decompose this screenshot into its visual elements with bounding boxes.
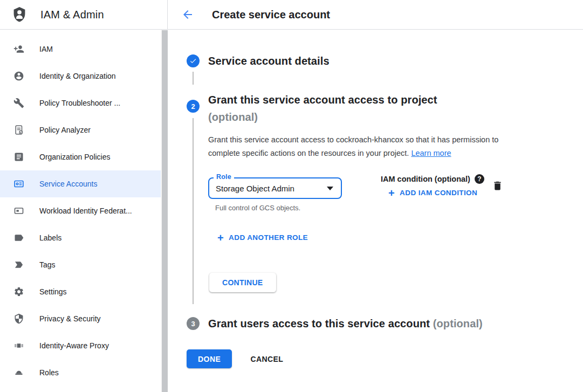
cancel-button[interactable]: CANCEL (245, 349, 289, 368)
plus-icon: + (217, 234, 224, 242)
shield-half-icon (13, 313, 24, 324)
gear-icon (13, 286, 24, 297)
sidebar-item-organization-policies[interactable]: Organization Policies (0, 143, 161, 170)
sidebar-item-policy-troubleshooter[interactable]: Policy Troubleshooter ... (0, 90, 161, 116)
add-iam-condition-label: ADD IAM CONDITION (400, 189, 477, 197)
check-icon (189, 57, 197, 65)
sidebar-item-workload-identity-federat[interactable]: Workload Identity Federat... (0, 197, 161, 224)
scrollbar-thumb[interactable] (162, 30, 168, 392)
sidebar-scrollbar[interactable] (161, 30, 168, 392)
label-icon (13, 232, 24, 243)
document-check-icon (13, 125, 24, 135)
sidebar-item-roles[interactable]: Roles (0, 359, 161, 386)
form-actions: DONE CANCEL (187, 349, 561, 368)
step-connector (193, 118, 194, 304)
step-3-grant-users-access: 3 Grant users access to this service acc… (187, 317, 561, 330)
role-select-value: Storage Object Admin (216, 184, 294, 193)
step-2-description-text: Grant this service account access to coc… (208, 135, 498, 157)
learn-more-link[interactable]: Learn more (411, 149, 451, 157)
sidebar-item-tags[interactable]: Tags (0, 251, 161, 278)
step-3-title-text: Grant users access to this service accou… (208, 318, 430, 329)
help-icon[interactable]: ? (475, 174, 484, 184)
sidebar-item-label: Settings (39, 287, 67, 296)
label-important-icon (13, 259, 24, 270)
sidebar-item-identity-aware-proxy[interactable]: Identity-Aware Proxy (0, 332, 161, 359)
sidebar-item-settings[interactable]: Settings (0, 278, 161, 305)
sidebar-item-privacy-security[interactable]: Privacy & Security (0, 305, 161, 332)
hat-icon (13, 367, 24, 378)
sidebar-item-label: Policy Analyzer (39, 126, 91, 134)
step-3-optional-label: (optional) (433, 318, 483, 329)
delete-role-button[interactable] (492, 180, 503, 191)
iam-admin-shield-icon (11, 6, 28, 23)
role-row: Role Storage Object Admin Full control o… (208, 177, 561, 212)
step-2-grant-access: 2 Grant this service account access to p… (187, 91, 561, 292)
trash-icon (492, 180, 503, 191)
iam-condition-label: IAM condition (optional) (381, 175, 470, 183)
main-panel: Create service account Service account d… (168, 0, 583, 392)
sidebar-item-identity-organization[interactable]: Identity & Organization (0, 63, 161, 90)
sidebar-item-label: Workload Identity Federat... (39, 207, 132, 215)
wizard-content: Service account details 2 Grant this ser… (168, 30, 583, 392)
sidebar-item-label: Tags (39, 260, 56, 269)
plus-icon: + (388, 189, 395, 197)
app-title: IAM & Admin (40, 9, 104, 21)
arrow-back-icon (181, 8, 194, 21)
sidebar-header: IAM & Admin (0, 0, 168, 30)
step-2-title: Grant this service account access to pro… (208, 91, 561, 126)
sidebar-item-label: Service Accounts (39, 180, 97, 188)
add-iam-condition-button[interactable]: + ADD IAM CONDITION (388, 189, 477, 197)
role-column: Role Storage Object Admin Full control o… (208, 177, 342, 212)
step-3-title: Grant users access to this service accou… (208, 317, 483, 330)
id-card-icon (13, 205, 24, 216)
done-button[interactable]: DONE (187, 349, 232, 368)
article-icon (13, 152, 24, 162)
role-select-label: Role (214, 173, 234, 181)
step-1-title: Service account details (208, 54, 330, 67)
sidebar-nav: IAM Identity & Organization Policy Troub… (0, 36, 161, 386)
add-another-role-label: ADD ANOTHER ROLE (229, 233, 308, 242)
step-2-description: Grant this service account access to coc… (208, 133, 527, 160)
sidebar-item-label: Organization Policies (39, 153, 111, 161)
sidebar-item-policy-analyzer[interactable]: Policy Analyzer (0, 116, 161, 143)
sidebar-item-label: Roles (39, 368, 59, 377)
dropdown-arrow-icon (327, 187, 333, 190)
step-2-optional-label: (optional) (208, 108, 561, 126)
step-1-service-account-details: Service account details (187, 54, 561, 67)
step-2-title-text: Grant this service account access to pro… (208, 94, 437, 106)
step-1-check-circle-icon (187, 54, 200, 67)
page-header: Create service account (168, 0, 583, 30)
iam-condition-column: IAM condition (optional) ? + ADD IAM CON… (381, 174, 484, 197)
continue-button[interactable]: CONTINUE (209, 273, 276, 292)
sidebar-item-iam[interactable]: IAM (0, 36, 161, 63)
step-2-body: Grant this service account access to pro… (208, 91, 561, 292)
sidebar-item-label: Policy Troubleshooter ... (39, 99, 120, 107)
person-add-icon (13, 44, 24, 54)
sidebar-item-label: Privacy & Security (39, 314, 101, 323)
sidebar-item-label: Identity-Aware Proxy (39, 341, 109, 350)
service-account-icon (13, 178, 24, 189)
role-select[interactable]: Role Storage Object Admin (208, 177, 342, 199)
sidebar-item-labels[interactable]: Labels (0, 224, 161, 251)
sidebar-item-service-accounts[interactable]: Service Accounts (0, 170, 161, 197)
iam-condition-label-row: IAM condition (optional) ? (381, 174, 484, 184)
step-connector (193, 72, 194, 85)
sidebar: IAM & Admin IAM Identity & Organization … (0, 0, 168, 392)
step-2-number-badge: 2 (187, 100, 200, 113)
sidebar-item-label: Identity & Organization (39, 72, 116, 80)
page-title: Create service account (212, 9, 330, 21)
add-another-role-button[interactable]: + ADD ANOTHER ROLE (217, 233, 308, 242)
proxy-icon (13, 340, 24, 351)
sidebar-item-label: Labels (39, 233, 61, 242)
step-3-number-badge: 3 (187, 317, 200, 330)
wrench-icon (13, 98, 24, 108)
account-circle-icon (13, 71, 24, 81)
back-button[interactable] (181, 8, 194, 21)
sidebar-item-label: IAM (39, 45, 53, 53)
role-helper-text: Full control of GCS objects. (215, 204, 342, 212)
sidebar-body: IAM Identity & Organization Policy Troub… (0, 30, 168, 392)
